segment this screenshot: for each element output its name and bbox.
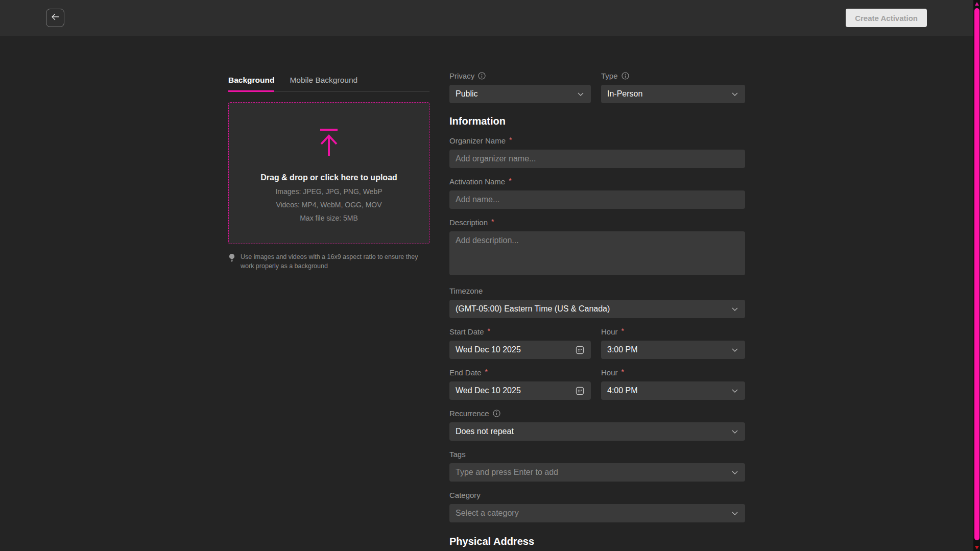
privacy-label: Privacy: [449, 71, 591, 80]
required-asterisk: *: [491, 218, 494, 226]
timezone-label: Timezone: [449, 286, 745, 295]
start-hour-select[interactable]: 3:00 PM: [601, 341, 745, 359]
recurrence-label: Recurrence: [449, 409, 745, 418]
chevron-down-icon: [731, 427, 739, 436]
required-asterisk: *: [488, 327, 490, 335]
tab-mobile-background[interactable]: Mobile Background: [290, 76, 357, 91]
chevron-down-icon: [577, 90, 585, 98]
vertical-scrollbar[interactable]: [973, 0, 980, 551]
tip-text: Use images and videos with a 16x9 aspect…: [241, 252, 422, 271]
privacy-select[interactable]: Public: [449, 85, 591, 103]
recurrence-select[interactable]: Does not repeat: [449, 422, 745, 441]
upload-dropzone[interactable]: Drag & drop or click here to upload Imag…: [228, 102, 429, 244]
type-label: Type: [601, 71, 745, 80]
activation-name-input[interactable]: [449, 190, 745, 209]
information-heading: Information: [449, 115, 745, 127]
aspect-ratio-tip: Use images and videos with a 16x9 aspect…: [228, 252, 422, 271]
scroll-down-arrow-icon[interactable]: [975, 546, 979, 549]
dropzone-images-formats: Images: JPEG, JPG, PNG, WebP: [275, 187, 382, 196]
end-hour-select[interactable]: 4:00 PM: [601, 381, 745, 400]
activation-form: Privacy Public Type In-Person: [449, 71, 745, 551]
required-asterisk: *: [622, 327, 624, 335]
upload-arrow-icon: [317, 128, 341, 160]
required-asterisk: *: [509, 136, 512, 144]
tags-input[interactable]: Type and press Enter to add: [449, 463, 745, 482]
category-select[interactable]: Select a category: [449, 504, 745, 522]
dropzone-title: Drag & drop or click here to upload: [260, 173, 397, 182]
organizer-name-label: Organizer Name*: [449, 136, 745, 145]
dropzone-max-size: Max file size: 5MB: [300, 214, 358, 222]
top-bar: Create Activation: [0, 0, 980, 36]
activation-name-label: Activation Name*: [449, 177, 745, 186]
category-label: Category: [449, 491, 745, 499]
tags-label: Tags: [449, 450, 745, 459]
tab-background[interactable]: Background: [228, 76, 274, 92]
chevron-down-icon: [731, 305, 739, 313]
chevron-down-icon: [731, 346, 739, 354]
calendar-icon: [575, 386, 585, 396]
end-date-label: End Date*: [449, 368, 591, 377]
type-select[interactable]: In-Person: [601, 85, 745, 103]
media-panel: Background Mobile Background Drag & drop…: [228, 76, 429, 271]
timezone-select[interactable]: (GMT-05:00) Eastern Time (US & Canada): [449, 300, 745, 318]
chevron-down-icon: [731, 90, 739, 98]
chevron-down-icon: [731, 509, 739, 517]
dropzone-videos-formats: Videos: MP4, WebM, OGG, MOV: [276, 201, 381, 209]
description-textarea[interactable]: [449, 231, 745, 275]
background-tabs: Background Mobile Background: [228, 76, 429, 92]
scrollbar-thumb[interactable]: [974, 8, 979, 540]
required-asterisk: *: [509, 177, 511, 185]
end-date-picker[interactable]: Wed Dec 10 2025: [449, 381, 591, 400]
back-button[interactable]: [46, 9, 64, 27]
info-icon[interactable]: [478, 72, 486, 80]
info-icon[interactable]: [622, 72, 629, 80]
physical-address-heading: Physical Address: [449, 536, 745, 547]
start-date-picker[interactable]: Wed Dec 10 2025: [449, 341, 591, 359]
organizer-name-input[interactable]: [449, 150, 745, 168]
arrow-left-icon: [50, 12, 60, 24]
info-icon[interactable]: [493, 410, 500, 417]
create-activation-button[interactable]: Create Activation: [846, 9, 927, 27]
chevron-down-icon: [731, 387, 739, 395]
calendar-icon: [575, 345, 585, 355]
required-asterisk: *: [485, 368, 488, 376]
lightbulb-icon: [228, 252, 235, 271]
start-hour-label: Hour*: [601, 327, 745, 336]
chevron-down-icon: [731, 468, 739, 476]
required-asterisk: *: [622, 368, 624, 376]
start-date-label: Start Date*: [449, 327, 591, 336]
description-label: Description*: [449, 218, 745, 227]
scroll-up-arrow-icon[interactable]: [975, 2, 979, 6]
end-hour-label: Hour*: [601, 368, 745, 377]
